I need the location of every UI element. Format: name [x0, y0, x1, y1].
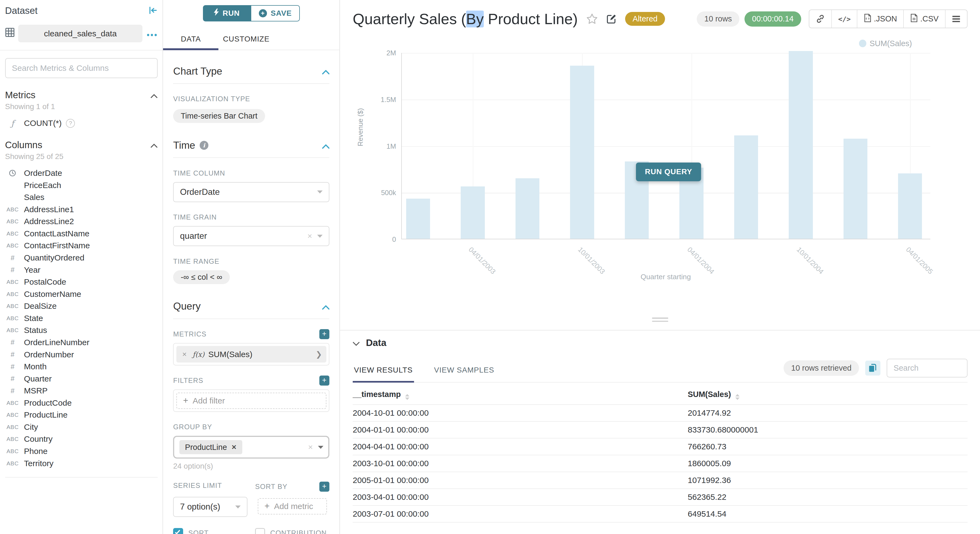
column-item[interactable]: ABCContactFirstName — [5, 240, 158, 252]
column-item[interactable]: ABCProductLine — [5, 409, 158, 421]
chevron-up-icon[interactable] — [322, 65, 330, 77]
column-name: ContactFirstName — [24, 241, 90, 250]
copy-results-button[interactable] — [865, 361, 880, 376]
column-item[interactable]: #QuantityOrdered — [5, 252, 158, 264]
results-search-input[interactable] — [887, 359, 967, 378]
sort-descending-checkbox[interactable] — [173, 528, 183, 534]
table-row[interactable]: 2004-10-01 00:00:002014774.92 — [353, 405, 967, 421]
sort-icon[interactable] — [735, 394, 740, 400]
column-item[interactable]: ABCState — [5, 312, 158, 324]
metrics-columns-search-input[interactable] — [5, 58, 158, 78]
column-item[interactable]: #Month — [5, 361, 158, 373]
bar[interactable] — [461, 186, 485, 239]
favorite-star-icon[interactable] — [586, 13, 598, 25]
bar[interactable] — [789, 51, 813, 239]
remove-metric-icon[interactable]: × — [177, 350, 192, 359]
bar[interactable] — [515, 178, 539, 239]
column-name: OrderDate — [24, 168, 62, 178]
bar[interactable] — [843, 139, 867, 239]
viz-type-value[interactable]: Time-series Bar Chart — [173, 109, 265, 123]
add-filter-dropzone[interactable]: + Add filter — [177, 393, 326, 409]
dataset-more-icon[interactable] — [146, 28, 158, 39]
run-query-button[interactable]: RUN QUERY — [636, 162, 701, 181]
column-item[interactable]: ABCCity — [5, 421, 158, 433]
column-item[interactable]: ABCProductCode — [5, 397, 158, 409]
metric-item[interactable]: ƒ COUNT(*) ? — [5, 119, 158, 128]
group-by-chip[interactable]: ProductLine ✕ — [179, 440, 242, 454]
export-csv-button[interactable]: .CSV — [903, 10, 945, 28]
export-json-button[interactable]: .JSON — [857, 10, 903, 28]
column-header-sum-sales[interactable]: SUM(Sales) — [688, 385, 967, 405]
column-item[interactable]: ABCCustomerName — [5, 288, 158, 300]
tab-customize[interactable]: CUSTOMIZE — [218, 29, 274, 50]
columns-collapse-icon[interactable] — [151, 140, 158, 150]
chevron-up-icon[interactable] — [322, 300, 330, 312]
collapse-sidebar-icon[interactable] — [149, 6, 158, 14]
help-icon[interactable]: ? — [66, 119, 75, 127]
column-item[interactable]: #OrderNumber — [5, 348, 158, 361]
copy-link-button[interactable] — [809, 10, 831, 28]
dataset-name[interactable]: cleaned_sales_data — [18, 25, 142, 42]
column-header-timestamp[interactable]: __timestamp — [353, 385, 688, 405]
bar[interactable] — [570, 66, 594, 239]
column-item[interactable]: ABCStatus — [5, 324, 158, 337]
add-filter-button[interactable]: + — [319, 375, 329, 386]
sort-icon[interactable] — [405, 394, 409, 400]
column-item[interactable]: #MSRP — [5, 385, 158, 397]
column-item[interactable]: ABCAddressLine1 — [5, 203, 158, 216]
embed-code-button[interactable]: </> — [831, 10, 857, 28]
bar[interactable] — [734, 135, 758, 239]
x-axis-tick-label: 04/01/2003 — [467, 246, 497, 276]
metrics-collapse-icon[interactable] — [151, 89, 158, 100]
column-item[interactable]: #OrderLineNumber — [5, 337, 158, 349]
add-sort-metric-dropzone[interactable]: + Add metric — [258, 498, 327, 515]
data-section-toggle[interactable]: Data — [353, 337, 967, 349]
save-button[interactable]: + SAVE — [251, 5, 300, 21]
metric-chip[interactable]: × ƒ(x) SUM(Sales) ❯ — [177, 346, 326, 362]
column-item[interactable]: OrderDate — [5, 167, 158, 180]
group-by-select[interactable]: ProductLine ✕ × — [173, 436, 329, 459]
series-limit-select[interactable]: 7 option(s) — [173, 497, 247, 517]
column-item[interactable]: ABCPostalCode — [5, 276, 158, 288]
column-item[interactable]: Sales — [5, 191, 158, 203]
legend-dot-icon — [859, 40, 867, 47]
time-column-select[interactable]: OrderDate — [173, 182, 329, 202]
table-row[interactable]: 2005-01-01 00:00:001071992.36 — [353, 472, 967, 489]
chevron-right-icon[interactable]: ❯ — [311, 350, 326, 359]
column-item[interactable]: ABCTerritory — [5, 457, 158, 469]
menu-icon[interactable] — [945, 10, 967, 28]
tab-data[interactable]: DATA — [163, 29, 218, 50]
table-row[interactable]: 2004-01-01 00:00:00833730.680000001 — [353, 421, 967, 438]
column-item[interactable]: ABCCountry — [5, 433, 158, 445]
column-item[interactable]: #Quarter — [5, 373, 158, 385]
time-range-value[interactable]: -∞ ≤ col < ∞ — [173, 270, 230, 284]
column-item[interactable]: ABCDealSize — [5, 300, 158, 312]
column-item[interactable]: ABCAddressLine2 — [5, 215, 158, 228]
time-grain-select[interactable]: quarter × — [173, 226, 329, 246]
legend-item[interactable]: SUM(Sales) — [859, 39, 912, 48]
table-row[interactable]: 2003-07-01 00:00:00649514.54 — [353, 505, 967, 522]
table-row[interactable]: 2003-10-01 00:00:001860005.09 — [353, 455, 967, 472]
tab-view-results[interactable]: VIEW RESULTS — [353, 361, 414, 382]
add-metric-button[interactable]: + — [319, 329, 329, 339]
table-row[interactable]: 2004-04-01 00:00:00766260.73 — [353, 438, 967, 455]
tab-view-samples[interactable]: VIEW SAMPLES — [433, 361, 495, 382]
altered-badge[interactable]: Altered — [625, 12, 665, 26]
add-sort-metric-button[interactable]: + — [319, 482, 329, 492]
column-item[interactable]: PriceEach — [5, 179, 158, 191]
column-item[interactable]: ABCPhone — [5, 445, 158, 458]
chevron-up-icon[interactable] — [322, 140, 330, 151]
clear-icon[interactable]: × — [308, 443, 313, 452]
column-item[interactable]: #Year — [5, 264, 158, 276]
bar[interactable] — [898, 173, 922, 239]
edit-properties-icon[interactable] — [606, 14, 617, 24]
contribution-checkbox[interactable] — [255, 528, 265, 534]
table-row[interactable]: 2003-04-01 00:00:00562365.22 — [353, 489, 967, 505]
remove-chip-icon[interactable]: ✕ — [231, 443, 237, 451]
bar[interactable] — [406, 199, 430, 239]
chart-title[interactable]: Quarterly Sales (By Product Line) — [353, 10, 578, 28]
column-item[interactable]: ABCContactLastName — [5, 228, 158, 240]
clear-icon[interactable]: × — [307, 232, 312, 241]
panel-resize-handle[interactable] — [652, 318, 668, 324]
run-button[interactable]: RUN — [203, 5, 251, 21]
